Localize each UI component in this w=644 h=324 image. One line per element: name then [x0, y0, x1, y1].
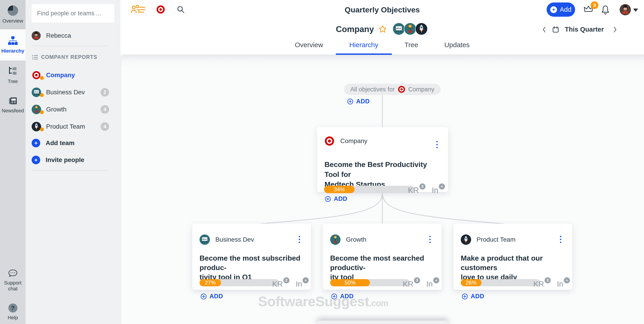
- favorite-star-icon[interactable]: [378, 25, 387, 34]
- user-avatar: [32, 31, 41, 40]
- sidebar-user-row[interactable]: Rebecca: [32, 31, 71, 40]
- card-team-name: Growth: [346, 236, 366, 243]
- calendar-icon: [552, 26, 559, 33]
- card-menu-button[interactable]: [436, 140, 438, 149]
- progress-bar: 26%: [461, 279, 540, 286]
- progress-bar: 50%: [330, 279, 410, 286]
- rail-item-label: Overview: [2, 18, 23, 24]
- kr-count-badge[interactable]: 3: [420, 183, 426, 189]
- team-count-badge: 4: [100, 122, 109, 131]
- chevron-left-icon[interactable]: [542, 26, 546, 33]
- sidebar-item-business-dev[interactable]: Business Dev 2: [26, 84, 121, 101]
- plus-circle-icon: [325, 196, 331, 202]
- rail-item-newsfeed[interactable]: Newsfeed: [0, 90, 26, 120]
- add-objective-under-business-dev-button[interactable]: ADD: [200, 293, 223, 300]
- pill-prefix-label: All objectives for: [350, 86, 395, 93]
- team-title: Company: [336, 25, 374, 34]
- notifications-bell-icon[interactable]: [601, 5, 610, 15]
- in-label: In: [432, 186, 438, 195]
- team-avatar-business-dev: [32, 88, 41, 97]
- upgrade-crown-icon[interactable]: 3: [584, 5, 594, 13]
- rail-item-support-chat[interactable]: Support chat: [0, 266, 26, 295]
- kr-label: KR: [272, 280, 283, 288]
- plus-circle-icon: [462, 293, 468, 300]
- objective-card-company[interactable]: Company Become the Best Productivity Too…: [317, 127, 448, 192]
- chevron-right-icon[interactable]: [613, 26, 617, 33]
- plus-circle-icon: [347, 98, 354, 105]
- rail-item-help[interactable]: ? Help: [0, 300, 26, 324]
- tab-bar: Overview Hierarchy Tree Updates: [295, 41, 470, 55]
- plus-icon: +: [32, 156, 40, 164]
- rail-item-tree[interactable]: Tree: [0, 60, 26, 90]
- presence-dot: [40, 93, 44, 97]
- kr-label: KR: [533, 280, 544, 288]
- in-add-badge[interactable]: +: [564, 277, 570, 283]
- tab-updates[interactable]: Updates: [444, 41, 470, 55]
- progress-bar: 34%: [324, 186, 414, 193]
- crown-count-badge: 3: [591, 1, 598, 9]
- chat-bubble-icon: [8, 269, 18, 278]
- card-team-name: Business Dev: [215, 236, 254, 243]
- tab-hierarchy[interactable]: Hierarchy: [349, 41, 378, 55]
- card-menu-button[interactable]: [428, 235, 432, 244]
- card-menu-button[interactable]: [298, 235, 301, 244]
- progress-label: 50%: [344, 280, 356, 286]
- newsfeed-icon: [8, 97, 18, 106]
- add-team-button[interactable]: + Add team: [32, 139, 74, 147]
- kr-count-badge[interactable]: 3: [544, 277, 551, 283]
- add-button[interactable]: + Add: [546, 2, 575, 17]
- in-label: In: [426, 280, 433, 288]
- kr-label: KR: [408, 186, 419, 195]
- chevron-down-icon[interactable]: [633, 8, 638, 12]
- team-member-avatars[interactable]: [392, 22, 429, 36]
- profile-avatar[interactable]: [620, 4, 631, 15]
- tab-overview[interactable]: Overview: [295, 41, 323, 55]
- team-name: Product Team: [46, 123, 85, 130]
- objective-card-business-dev[interactable]: Business Dev Become the most subscribed …: [192, 224, 311, 290]
- plus-circle-icon: [200, 293, 207, 300]
- add-objective-root-button[interactable]: ADD: [347, 98, 370, 105]
- in-add-badge[interactable]: +: [302, 277, 309, 283]
- invite-people-label: Invite people: [46, 156, 84, 163]
- section-company-reports: COMPANY REPORTS: [32, 54, 97, 60]
- presence-dot: [40, 128, 44, 131]
- search-input[interactable]: [32, 4, 114, 22]
- sidebar-item-growth[interactable]: Growth 4: [26, 101, 121, 118]
- avatar-product-team: [415, 22, 429, 36]
- objective-card-growth[interactable]: Growth Become the most searched producti…: [323, 224, 442, 290]
- rail-item-hierarchy[interactable]: Hierarchy: [0, 29, 26, 60]
- sidebar-item-product-team[interactable]: Product Team 4: [26, 118, 121, 135]
- kr-count-badge[interactable]: 3: [414, 277, 420, 283]
- team-avatar-growth: [32, 105, 41, 114]
- sidebar-item-company[interactable]: Company: [26, 67, 121, 84]
- kr-count-badge[interactable]: 2: [283, 277, 290, 283]
- add-label: ADD: [356, 98, 370, 105]
- pill-team-label: Company: [408, 86, 434, 93]
- tab-tree[interactable]: Tree: [404, 41, 418, 55]
- watermark-text: SoftwareSuggest: [258, 293, 369, 309]
- team-name: Company: [46, 72, 75, 79]
- team-avatar-company: [324, 136, 335, 147]
- watermark: SoftwareSuggest .com: [258, 293, 388, 309]
- card-menu-button[interactable]: [559, 235, 562, 244]
- add-objective-under-product-team-button[interactable]: ADD: [462, 293, 484, 300]
- add-label: ADD: [334, 195, 347, 202]
- team-avatar-product-team: [461, 234, 471, 245]
- add-team-label: Add team: [46, 140, 74, 147]
- divider: [32, 46, 109, 46]
- plus-icon: +: [550, 6, 557, 13]
- user-name: Rebecca: [46, 32, 71, 39]
- plus-icon: +: [32, 139, 40, 147]
- invite-people-button[interactable]: + Invite people: [32, 156, 84, 164]
- in-add-badge[interactable]: +: [439, 183, 445, 189]
- add-label: ADD: [471, 293, 484, 300]
- rail-item-label: Hierarchy: [1, 48, 24, 54]
- card-team-name: Company: [340, 137, 368, 145]
- in-add-badge[interactable]: +: [433, 277, 439, 283]
- all-objectives-pill: All objectives for Company: [344, 84, 441, 95]
- objective-title-line: Make a product that our customers: [461, 253, 567, 272]
- rail-item-overview[interactable]: Overview: [0, 0, 26, 29]
- pie-chart-icon: [8, 5, 18, 16]
- add-objective-under-company-button[interactable]: ADD: [325, 195, 347, 202]
- objective-card-product-team[interactable]: Product Team Make a product that our cus…: [454, 224, 572, 290]
